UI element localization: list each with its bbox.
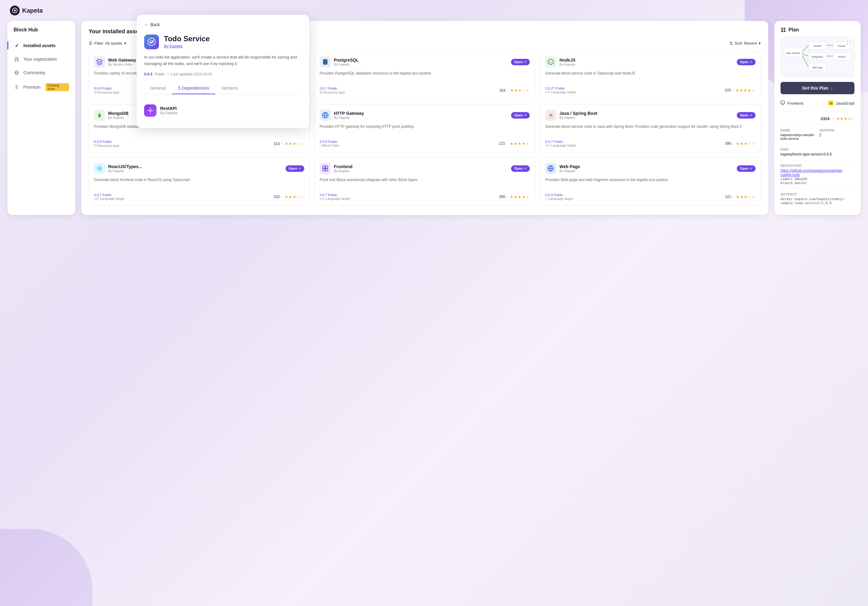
card-count: 390 ↑ <box>725 141 734 146</box>
plan-title: Plan <box>781 27 854 33</box>
sidebar-item-premium[interactable]: $ Premium Coming soon <box>8 79 75 95</box>
tab-versions[interactable]: Versions <box>215 82 244 94</box>
card-stats: 390 ↑ ★★★★★ <box>499 195 530 199</box>
repo-link[interactable]: https://github.com/kapetacom/sample-node… <box>781 169 854 177</box>
asset-card-web-page[interactable]: Web Page By Kapeta Open ✓ Provides Web p… <box>540 158 761 206</box>
http-gateway-info: HTTP Gateway By Kapeta <box>334 111 364 119</box>
detail-tabs: General 5 Dependencies Versions <box>144 82 302 95</box>
plan-stats: Frontend JS JavaScript <box>781 101 854 112</box>
svg-point-1 <box>14 9 16 11</box>
expand-icon[interactable]: ⛶ <box>845 39 852 46</box>
version-link[interactable]: 0.0.7 Public <box>94 193 124 197</box>
svg-line-43 <box>802 54 808 56</box>
card-header: HTTP Gateway By Kapeta Open ✓ <box>320 110 530 121</box>
sidebar-item-organization[interactable]: Your organization <box>8 52 75 66</box>
branch-value: branch master <box>781 181 854 185</box>
card-title-group: MongoDB By Kapeta <box>94 110 129 121</box>
card-title-group: N NodeJS By Kapeta <box>545 56 575 67</box>
open-badge: Open ✓ <box>511 59 530 65</box>
plan-panel: Plan ⛶ Todo Service RestAPI PostgreSQL F… <box>774 21 860 215</box>
get-plan-button[interactable]: Get this Plan ↓ <box>781 82 854 94</box>
card-header: Frontend By Kapeta Open ✓ <box>320 163 530 174</box>
js-icon: JS <box>828 101 833 106</box>
card-count: 324 ↑ <box>499 88 508 93</box>
asset-card-nodejs[interactable]: N NodeJS By Kapeta Open ✓ Generate block… <box>540 51 761 99</box>
web-page-info: Web Page By Kapeta <box>560 164 580 173</box>
asset-card-reactjs[interactable]: ReactJS/Types... By Kapeta Open ✓ Genera… <box>89 158 310 206</box>
plan-divider-2 <box>781 189 854 189</box>
version-link[interactable]: 0.0.7 Public <box>545 140 576 144</box>
plan-count-up-icon: ↑ <box>832 117 834 121</box>
dependency-info: RestAPI By Kapeta <box>160 106 177 115</box>
meta-separator: • <box>167 72 169 76</box>
svg-rect-47 <box>781 101 784 104</box>
asset-card-java-spring[interactable]: ☕ Java / Spring Boot By Kapeta Open ✓ Ge… <box>540 104 761 153</box>
plan-info-kind: Kind kapeta/block-type-service:0.0.6 <box>781 148 854 157</box>
detail-visibility: Public <box>155 72 165 76</box>
tab-general[interactable]: General <box>144 82 172 94</box>
version-link[interactable]: 0.0.7 Public <box>320 193 350 197</box>
card-count: 121 ↑ <box>725 195 734 199</box>
version-link[interactable]: 0.0.7 Public <box>320 87 345 90</box>
detail-overlay: ← Back Todo Service By Kapeta In our tod… <box>137 15 309 128</box>
todo-service-icon <box>144 34 159 49</box>
resource-type-icon: ⊡ <box>94 144 97 147</box>
open-badge: Open ✓ <box>737 165 756 172</box>
card-header: N NodeJS By Kapeta Open ✓ <box>545 56 756 67</box>
card-type: </> Language target <box>545 90 576 94</box>
card-footer: 0.0.7 Public </> Language target 390 ↑ <box>320 193 530 200</box>
card-stats: 103 ↑ ★★★★★ <box>724 88 756 93</box>
postgresql-icon <box>320 56 331 67</box>
detail-title-group: Todo Service By Kapeta <box>164 34 210 49</box>
sidebar-item-label-organization: Your organization <box>23 57 57 62</box>
version-link[interactable]: 0.0.8 Public <box>545 193 573 197</box>
tab-dependencies[interactable]: 5 Dependencies <box>172 82 215 94</box>
card-desc: Generate block frontend code in ReactJS … <box>94 177 304 189</box>
card-footer-left: 0.0.8 Public ⊡ Resource type <box>94 87 119 94</box>
asset-card-postgresql[interactable]: PostgreSQL By Kapeta Open ✓ Provides Pos… <box>315 51 535 99</box>
open-badge: Open ✓ <box>285 165 304 172</box>
card-footer: 0.0.27 Public </> Language target 103 ↑ <box>545 87 756 94</box>
plan-info-artifact: Artifact docker.kapeta.com/kapeta/nodejs… <box>781 193 854 205</box>
card-stats: 324 ↑ ★★★½★ <box>499 88 530 93</box>
open-badge: Open ✓ <box>511 165 530 172</box>
sort-button[interactable]: ⇅ Sort: Recent ▾ <box>729 41 761 46</box>
version-link[interactable]: 0.0.8 Public <box>320 140 339 144</box>
coming-soon-badge: Coming soon <box>46 83 69 91</box>
open-badge: Open ✓ <box>737 59 756 65</box>
topbar: Kapeta <box>0 0 868 21</box>
plan-preview: ⛶ Todo Service RestAPI PostgreSQL Fronte… <box>781 37 854 77</box>
card-title-group: ☕ Java / Spring Boot By Kapeta <box>545 110 597 121</box>
card-desc: Front end Block seamlessly integrate wit… <box>320 177 530 189</box>
card-stats: 121 ↑ ★★★½★ <box>725 195 756 199</box>
filter-button[interactable]: ☰ Filter: All assets ▾ <box>89 41 126 46</box>
card-stats: 121 ↑ ★★★★★ <box>499 141 530 146</box>
stars: ★★★½★ <box>285 195 304 199</box>
card-header: ☕ Java / Spring Boot By Kapeta Open ✓ <box>545 110 756 121</box>
logo-text: Kapeta <box>22 7 43 14</box>
card-title-group: HTTP Gateway By Kapeta <box>320 110 364 121</box>
asset-card-http-gateway[interactable]: HTTP Gateway By Kapeta Open ✓ Provides H… <box>315 104 535 153</box>
sidebar-item-community[interactable]: Community <box>8 66 75 79</box>
version-link[interactable]: 0.0.27 Public <box>545 87 576 90</box>
sidebar-item-installed[interactable]: ✓ Installed assets <box>8 39 75 52</box>
svg-text:N: N <box>550 61 551 64</box>
logo[interactable]: Kapeta <box>10 6 43 15</box>
detail-version[interactable]: 0.0.4 <box>144 72 152 76</box>
logo-icon <box>10 6 20 15</box>
back-button[interactable]: ← Back <box>144 22 302 27</box>
download-icon: ↓ <box>831 85 833 90</box>
sort-icon: ⇅ <box>729 41 733 46</box>
sidebar-item-label-community: Community <box>23 70 45 75</box>
version-link[interactable]: 0.0.8 Public <box>94 140 119 144</box>
sidebar-item-label-installed: Installed assets <box>23 43 56 48</box>
card-header: Web Page By Kapeta Open ✓ <box>545 163 756 174</box>
mongodb-info: MongoDB By Kapeta <box>108 111 129 119</box>
commit-value: commit 80ed29 <box>781 177 854 181</box>
resource-type-icon: ⊡ <box>94 90 97 94</box>
filter-chevron-icon: ▾ <box>124 41 126 46</box>
version-link[interactable]: 0.0.8 Public <box>94 87 119 90</box>
detail-author[interactable]: By Kapeta <box>164 44 182 48</box>
asset-card-frontend[interactable]: Frontend By Kapeta Open ✓ Front end Bloc… <box>315 158 535 206</box>
detail-desc: In our todo-list application, we'll crea… <box>144 54 302 67</box>
